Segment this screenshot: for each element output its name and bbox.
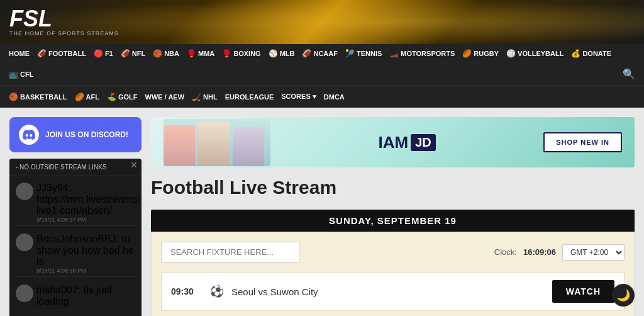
nav-ncaaf[interactable]: 🏈NCAAF (298, 44, 341, 63)
volleyball-icon: 🏐 (506, 49, 516, 58)
clock-area: Clock: 16:09:06 GMT +2:00 GMT +0:00 GMT … (494, 244, 625, 261)
avatar-3 (16, 285, 33, 302)
nav-football[interactable]: 🏈FOOTBALL (33, 44, 90, 63)
chat-timestamp-2: 9/18/21 4:08:36 PM (36, 268, 135, 274)
date-header: SUNDAY, SEPTEMBER 19 (151, 210, 635, 232)
nav-scores[interactable]: SCORES ▾ (277, 88, 320, 105)
f1-icon: 🔴 (94, 49, 103, 58)
football-icon: 🏈 (37, 49, 47, 58)
main-content: IAM JD SHOP NEW IN Football Live Stream … (151, 117, 635, 316)
fixture-controls: Clock: 16:09:06 GMT +2:00 GMT +0:00 GMT … (161, 242, 625, 262)
nav-volleyball[interactable]: 🏐VOLLEYBALL (502, 44, 567, 63)
chat-message-2: BorisJohnsonBBJ: to show you how bad he … (16, 231, 135, 277)
nba-icon: 🏀 (153, 49, 162, 58)
fixture-area: Clock: 16:09:06 GMT +2:00 GMT +0:00 GMT … (151, 232, 635, 316)
site-header: FSL THE HOME OF SPORTS STREAMS (0, 0, 644, 44)
ncaaf-icon: 🏈 (302, 49, 311, 58)
mma-icon: 🥊 (187, 49, 196, 58)
nav-tennis[interactable]: 🎾TENNIS (341, 44, 386, 63)
ad-jd-text: JD (411, 134, 436, 151)
discord-banner[interactable]: JOIN US ON DISCORD! (9, 117, 142, 152)
site-logo[interactable]: FSL THE HOME OF SPORTS STREAMS (9, 8, 119, 37)
ad-banner[interactable]: IAM JD SHOP NEW IN (151, 117, 635, 167)
avatar-2 (16, 234, 33, 251)
logo-text: FSL (9, 8, 119, 30)
ad-people (164, 119, 270, 166)
search-fixture-input[interactable] (161, 242, 299, 262)
basketball-icon: 🏀 (9, 93, 18, 101)
ad-iam-text: IAM (378, 133, 408, 152)
chat-link-1[interactable]: https://mm.livestreams-live1.com/nbsen/ (36, 194, 140, 216)
discord-label: JOIN US ON DISCORD! (45, 130, 128, 139)
nav-wwe-aew[interactable]: WWE / AEW (142, 89, 189, 105)
boxing-icon: 🥊 (222, 49, 231, 58)
nav-afl[interactable]: 🏉AFL (71, 88, 103, 106)
rugby-icon: 🏉 (462, 49, 472, 58)
golf-icon: ⛳ (107, 93, 116, 101)
logo-tagline: THE HOME OF SPORTS STREAMS (9, 30, 119, 37)
chat-no-links-label: - NO OUTSIDE STREAM LINKS (9, 159, 142, 176)
nav-donate[interactable]: 💰DONATE (567, 44, 615, 63)
watch-button[interactable]: WATCH (552, 280, 614, 303)
nav-primary: HOME 🏈FOOTBALL 🔴F1 🏈NFL 🏀NBA 🥊MMA 🥊BOXIN… (0, 44, 644, 85)
search-icon[interactable]: 🔍 (619, 63, 639, 85)
motorsports-icon: 🏎️ (389, 49, 399, 58)
nav-dmca[interactable]: DMCA (320, 89, 348, 105)
nhl-icon: 🏒 (192, 93, 201, 101)
nav-secondary: 🏀BASKETBALL 🏉AFL ⛳GOLF WWE / AEW 🏒NHL EU… (0, 85, 644, 108)
clock-value: 16:09:06 (523, 247, 556, 257)
chat-username-1: JJ3y94: (36, 183, 71, 193)
nav-mlb[interactable]: ⚾MLB (265, 44, 299, 63)
afl-icon: 🏉 (75, 93, 84, 101)
discord-icon (19, 125, 39, 145)
sport-icon: ⚽ (210, 285, 224, 298)
chat-username-2: BorisJohnsonBBJ: (36, 234, 119, 244)
donate-icon: 💰 (571, 49, 580, 58)
nav-nba[interactable]: 🏀NBA (149, 44, 183, 63)
nav-golf[interactable]: ⛳GOLF (103, 88, 142, 106)
sidebar: JOIN US ON DISCORD! ✕ - NO OUTSIDE STREA… (9, 117, 142, 316)
timezone-select[interactable]: GMT +2:00 GMT +0:00 GMT -5:00 (562, 244, 625, 261)
nfl-icon: 🏈 (121, 49, 130, 58)
match-time: 09:30 (171, 286, 203, 296)
chat-close-button[interactable]: ✕ (130, 160, 138, 170)
tennis-icon: 🎾 (345, 49, 355, 58)
cfl-icon: 📺 (9, 70, 18, 79)
match-row: 09:30 ⚽ Seoul vs Suwon City WATCH (161, 272, 625, 311)
page-title: Football Live Stream (151, 177, 635, 198)
chat-box: ✕ - NO OUTSIDE STREAM LINKS JJ3y94: http… (9, 159, 142, 316)
nav-nfl[interactable]: 🏈NFL (117, 44, 149, 63)
ad-logo: IAM JD (378, 133, 435, 152)
dark-mode-toggle[interactable]: 🌙 (612, 284, 635, 307)
chat-message-1: JJ3y94: https://mm.livestreams-live1.com… (16, 180, 135, 226)
nav-mma[interactable]: 🥊MMA (183, 44, 218, 63)
match-name: Seoul vs Suwon City (231, 286, 552, 297)
nav-rugby[interactable]: 🏉RUGBY (458, 44, 502, 63)
nav-basketball[interactable]: 🏀BASKETBALL (5, 88, 71, 106)
chat-timestamp-1: 9/18/21 4:08:37 PM (36, 217, 140, 223)
nav-home[interactable]: HOME (5, 45, 33, 62)
nav-motorsports[interactable]: 🏎️MOTORSPORTS (386, 44, 458, 63)
chat-message-3: trisha007: tis just loading (16, 282, 135, 310)
content-area: JOIN US ON DISCORD! ✕ - NO OUTSIDE STREA… (0, 108, 644, 316)
nav-nhl[interactable]: 🏒NHL (188, 88, 221, 106)
nav-boxing[interactable]: 🥊BOXING (218, 44, 264, 63)
mlb-icon: ⚾ (269, 49, 278, 58)
chat-messages: JJ3y94: https://mm.livestreams-live1.com… (9, 176, 142, 316)
nav-f1[interactable]: 🔴F1 (90, 44, 117, 63)
ad-shop-button[interactable]: SHOP NEW IN (543, 132, 622, 152)
clock-label: Clock: (494, 247, 517, 257)
nav-cfl[interactable]: 📺CFL (5, 65, 37, 84)
nav-euroleague[interactable]: EUROLEAGUE (221, 89, 278, 105)
avatar-1 (16, 183, 33, 200)
chat-username-3: trisha007: (36, 285, 80, 295)
